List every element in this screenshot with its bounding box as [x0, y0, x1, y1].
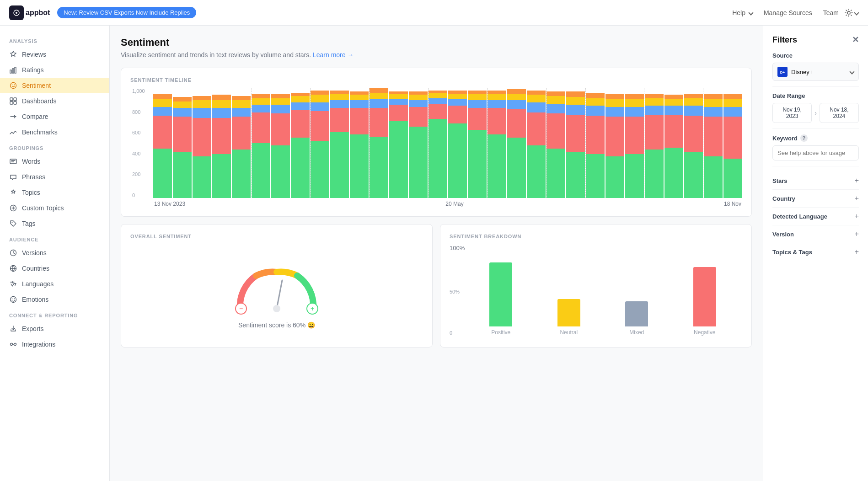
breakdown-label: SENTIMENT BREAKDOWN	[450, 234, 742, 239]
exports-icon	[9, 325, 17, 333]
help-nav-item[interactable]: Help	[727, 6, 758, 19]
bar-segment	[409, 127, 428, 198]
sidebar-item-dashboards[interactable]: Dashboards	[0, 93, 109, 109]
bar-segment	[625, 154, 644, 198]
bar-segment	[153, 116, 172, 149]
breakdown-bar-group: Mixed	[608, 262, 665, 336]
bar-segment	[704, 94, 723, 99]
bar-segment	[389, 105, 408, 121]
words-icon	[9, 157, 17, 166]
page-subtitle: Visualize sentiment and trends in text r…	[121, 51, 752, 59]
bar-segment	[645, 115, 664, 150]
keyword-input[interactable]	[772, 145, 859, 160]
date-start-input[interactable]: Nov 19, 2023	[772, 103, 812, 123]
sidebar-item-sentiment[interactable]: Sentiment	[0, 78, 109, 93]
sidebar-item-emotions[interactable]: Emotions	[0, 292, 109, 307]
announcement-badge[interactable]: New: Review CSV Exports Now Include Repl…	[57, 7, 196, 18]
bar-segment	[330, 100, 349, 108]
svg-text:−: −	[239, 305, 243, 312]
sidebar-item-reviews[interactable]: Reviews	[0, 47, 109, 62]
svg-point-23	[14, 343, 16, 346]
breakdown-bar-positive	[489, 262, 512, 326]
bar-segment	[429, 119, 447, 198]
bar-group	[468, 88, 487, 198]
filter-date-label: Date Range	[772, 92, 859, 99]
gauge-container: − + Sentiment score is 60% 😀	[130, 245, 423, 338]
bar-group	[271, 88, 290, 198]
bar-segment	[370, 108, 388, 136]
bar-segment	[271, 145, 290, 198]
sidebar-item-benchmarks[interactable]: Benchmarks	[0, 124, 109, 140]
groupings-section-label: GROUPINGS	[0, 140, 109, 154]
custom-topics-icon	[9, 204, 17, 212]
sidebar-item-languages[interactable]: Languages	[0, 276, 109, 292]
bar-segment	[527, 91, 546, 95]
filter-topics-tags[interactable]: Topics & Tags +	[772, 243, 859, 261]
filter-country[interactable]: Country +	[772, 190, 859, 208]
filter-stars[interactable]: Stars +	[772, 172, 859, 190]
bar-group	[212, 88, 231, 198]
filters-close-button[interactable]: ✕	[852, 35, 859, 45]
bar-segment	[173, 97, 192, 102]
manage-sources-nav-item[interactable]: Manage Sources	[758, 6, 818, 19]
timeline-chart-label: SENTIMENT TIMELINE	[130, 77, 742, 83]
bar-segment	[684, 98, 703, 106]
filter-keyword-label: Keyword	[772, 135, 798, 142]
bar-segment	[193, 118, 211, 156]
sidebar-item-custom-topics[interactable]: Custom Topics	[0, 200, 109, 216]
bar-segment	[723, 94, 742, 99]
bar-segment	[723, 117, 742, 158]
bar-segment	[448, 91, 467, 94]
sidebar-item-exports[interactable]: Exports	[0, 321, 109, 337]
bar-segment	[330, 132, 349, 198]
benchmarks-icon	[9, 128, 17, 136]
team-nav-item[interactable]: Team	[818, 6, 844, 19]
bar-segment	[370, 99, 388, 108]
settings-gear-icon[interactable]	[844, 5, 859, 20]
breakdown-bar-neutral	[557, 299, 580, 326]
filter-detected-language[interactable]: Detected Language +	[772, 208, 859, 225]
keyword-help-icon[interactable]: ?	[800, 134, 808, 142]
sidebar-item-tags[interactable]: Tags	[0, 216, 109, 231]
sidebar-item-phrases[interactable]: Phrases	[0, 169, 109, 185]
filter-stars-expand-icon: +	[855, 176, 859, 185]
sidebar-item-ratings[interactable]: Ratings	[0, 62, 109, 78]
bar-group	[507, 88, 526, 198]
sidebar-item-topics[interactable]: Topics	[0, 185, 109, 200]
overall-sentiment-label: OVERALL SENTIMENT	[130, 234, 423, 239]
learn-more-link[interactable]: Learn more →	[313, 51, 354, 59]
bar-segment	[605, 107, 624, 117]
sidebar-item-compare[interactable]: Compare	[0, 109, 109, 124]
date-end-input[interactable]: Nov 18, 2024	[820, 103, 859, 123]
svg-line-24	[277, 280, 282, 309]
sidebar-item-words[interactable]: Words	[0, 154, 109, 169]
bar-segment	[389, 121, 408, 198]
sidebar: ANALYSIS Reviews Ratings Sentiment	[0, 26, 110, 481]
filter-source-select[interactable]: D+ Disney+	[772, 63, 859, 81]
sidebar-item-label: Custom Topics	[22, 204, 64, 212]
bar-segment	[664, 115, 683, 148]
gauge-svg: − +	[226, 254, 327, 318]
breakdown-bar-negative	[693, 267, 716, 326]
sidebar-item-label: Topics	[22, 189, 40, 196]
bar-group	[232, 88, 251, 198]
sidebar-item-integrations[interactable]: Integrations	[0, 337, 109, 352]
sentiment-breakdown-card: SENTIMENT BREAKDOWN 100% 50% 0	[440, 224, 752, 347]
filters-panel: Filters ✕ Source D+ Disney+	[763, 26, 868, 481]
bar-segment	[252, 98, 270, 105]
filter-version[interactable]: Version +	[772, 225, 859, 243]
svg-rect-4	[10, 70, 11, 73]
bottom-charts: OVERALL SENTIMENT	[121, 224, 752, 347]
sidebar-item-label: Countries	[22, 265, 49, 272]
bar-segment	[311, 102, 329, 111]
sidebar-item-versions[interactable]: Versions	[0, 245, 109, 261]
bar-segment	[173, 117, 192, 152]
bar-segment	[468, 91, 487, 94]
sidebar-item-countries[interactable]: Countries	[0, 261, 109, 276]
bar-group	[566, 88, 585, 198]
bar-segment	[252, 105, 270, 112]
bar-segment	[625, 99, 644, 107]
bar-segment	[291, 102, 310, 110]
filter-topics-tags-label: Topics & Tags	[772, 249, 812, 256]
bar-segment	[645, 98, 664, 106]
